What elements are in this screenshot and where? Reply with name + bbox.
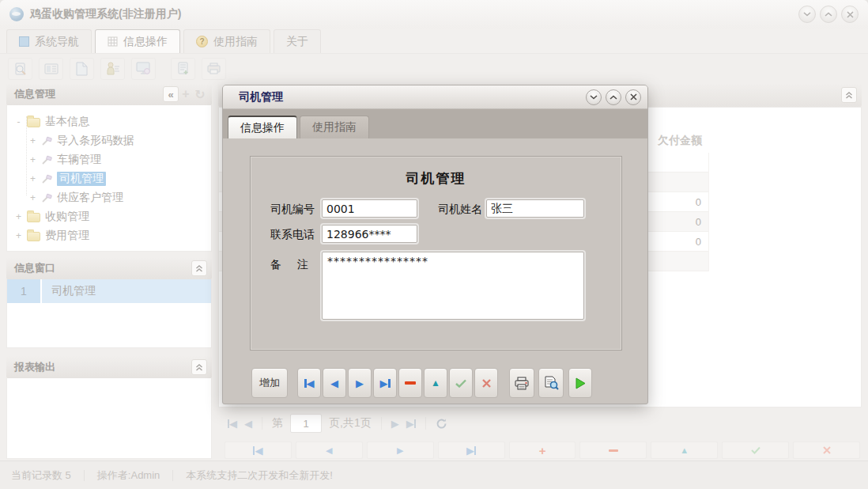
- reload-button[interactable]: [436, 418, 447, 430]
- cancel-button[interactable]: [474, 368, 498, 398]
- first-record-button[interactable]: ◀: [297, 368, 321, 398]
- operator-button[interactable]: [100, 58, 125, 80]
- new-document-button[interactable]: [70, 58, 94, 80]
- expander-icon[interactable]: +: [29, 173, 36, 184]
- plus-icon: +: [539, 444, 546, 457]
- prev-record-button[interactable]: ◀: [296, 442, 363, 459]
- report-panel-title: 报表输出: [14, 360, 55, 374]
- phone-input[interactable]: [322, 225, 417, 243]
- tree-item-expense-mgmt[interactable]: + 费用管理: [15, 226, 211, 245]
- window-list-item[interactable]: 1 司机管理: [7, 279, 211, 303]
- check-icon: [751, 446, 760, 454]
- expander-icon[interactable]: +: [29, 192, 36, 203]
- tree-item-purchase-mgmt[interactable]: + 收购管理: [15, 207, 211, 226]
- minus-icon: [405, 381, 416, 385]
- edit-record-button[interactable]: ▲: [651, 442, 718, 459]
- tree-guide-line: [26, 116, 27, 195]
- monitor-query-button[interactable]: [131, 58, 156, 80]
- prev-page-button[interactable]: ◀: [244, 418, 252, 430]
- delete-record-button[interactable]: [579, 442, 647, 459]
- print-preview-button[interactable]: [538, 368, 564, 398]
- confirm-button[interactable]: [449, 368, 473, 398]
- first-page-button[interactable]: ◀: [228, 418, 237, 430]
- last-record-button[interactable]: ▶: [373, 368, 397, 398]
- expander-icon[interactable]: +: [29, 135, 36, 146]
- tab-info-operation[interactable]: 信息操作: [95, 29, 180, 53]
- folder-icon: [27, 118, 40, 127]
- expander-icon[interactable]: +: [15, 230, 22, 241]
- prev-record-button[interactable]: ◀: [323, 368, 346, 398]
- export-print-button[interactable]: [202, 58, 226, 80]
- confirm-record-button[interactable]: [722, 442, 789, 459]
- add-node-icon[interactable]: +: [179, 87, 193, 101]
- last-record-button[interactable]: ▶: [438, 442, 505, 459]
- dialog-maximize-button[interactable]: [606, 89, 621, 105]
- tab-about[interactable]: 关于: [274, 29, 321, 53]
- report-panel-header: 报表输出: [6, 356, 212, 378]
- square-icon: [19, 36, 29, 47]
- expander-icon[interactable]: +: [15, 211, 22, 222]
- note-add-button[interactable]: [171, 58, 195, 80]
- record-list-button[interactable]: [39, 58, 63, 80]
- dialog-button-bar: 增加 ◀ ◀ ▶ ▶ ▲: [251, 368, 592, 398]
- tab-system-nav[interactable]: 系统导航: [6, 29, 92, 53]
- last-record-icon: ▶: [466, 445, 474, 457]
- close-button[interactable]: [841, 6, 859, 23]
- dialog-tab-user-guide[interactable]: 使用指南: [300, 116, 369, 138]
- dialog-title-bar[interactable]: 司机管理: [223, 85, 647, 109]
- tab-user-guide[interactable]: ? 使用指南: [183, 29, 270, 53]
- driver-name-label: 司机姓名: [438, 203, 482, 217]
- tree-item-vehicle-mgmt[interactable]: + 车辆管理: [15, 150, 211, 169]
- check-icon: [455, 379, 466, 388]
- prev-page-icon: ◀: [244, 418, 252, 430]
- delete-record-button[interactable]: [398, 368, 422, 398]
- search-document-button[interactable]: [8, 58, 32, 80]
- dialog-close-button[interactable]: [625, 89, 641, 105]
- window-item-index: 1: [7, 279, 42, 303]
- next-page-button[interactable]: ▶: [391, 418, 399, 430]
- tree-item-label: 收购管理: [45, 210, 89, 224]
- remark-textarea[interactable]: ****************: [322, 252, 584, 320]
- tree-item-driver-mgmt[interactable]: + 司机管理: [15, 169, 211, 188]
- page-number-input[interactable]: [290, 414, 322, 433]
- collapse-report-panel-button[interactable]: [191, 359, 207, 375]
- refresh-icon[interactable]: ↻: [193, 87, 207, 102]
- divider: [172, 470, 173, 481]
- add-button[interactable]: 增加: [251, 368, 288, 398]
- dialog-minimize-button[interactable]: [586, 89, 602, 105]
- expander-icon[interactable]: +: [29, 154, 36, 165]
- edit-icon: ▲: [680, 445, 689, 455]
- edit-record-button[interactable]: ▲: [424, 368, 447, 398]
- divider: [425, 417, 426, 430]
- driver-no-input[interactable]: [322, 199, 417, 218]
- tree-item-supplier-mgmt[interactable]: + 供应客户管理: [15, 188, 211, 207]
- prev-record-icon: ◀: [330, 378, 338, 389]
- dialog-tab-info-operation[interactable]: 信息操作: [228, 116, 297, 138]
- maximize-button[interactable]: [820, 6, 837, 23]
- insert-record-button[interactable]: +: [509, 442, 576, 459]
- cancel-record-button[interactable]: [793, 442, 860, 459]
- cell-amount: 0: [696, 216, 701, 228]
- run-button[interactable]: [568, 368, 592, 398]
- cell-amount: 0: [696, 236, 701, 248]
- print-button[interactable]: [509, 368, 534, 398]
- expander-icon[interactable]: -: [15, 116, 22, 127]
- next-record-button[interactable]: ▶: [367, 442, 434, 459]
- driver-name-input[interactable]: [486, 199, 584, 218]
- collapse-windows-panel-button[interactable]: [191, 260, 207, 276]
- first-record-button[interactable]: ◀: [225, 442, 292, 459]
- collapse-content-panel-button[interactable]: [841, 87, 857, 103]
- minimize-button[interactable]: [798, 6, 816, 23]
- tree-item-label: 车辆管理: [57, 153, 101, 167]
- tab-label: 使用指南: [213, 35, 258, 49]
- tree-item-barcode-import[interactable]: + 导入条形码数据: [15, 131, 211, 150]
- tool-icon: [41, 136, 52, 146]
- next-record-button[interactable]: ▶: [348, 368, 372, 398]
- prev-record-icon: ◀: [326, 445, 332, 456]
- x-icon: [823, 446, 831, 454]
- tree-item-basic-info[interactable]: - 基本信息: [15, 112, 211, 131]
- last-page-button[interactable]: ▶: [406, 418, 416, 430]
- title-bar: 鸡蛋收购管理系统(非注册用户): [0, 0, 868, 28]
- collapse-panel-button[interactable]: «: [163, 86, 179, 102]
- remark-label: 备 注: [270, 258, 315, 272]
